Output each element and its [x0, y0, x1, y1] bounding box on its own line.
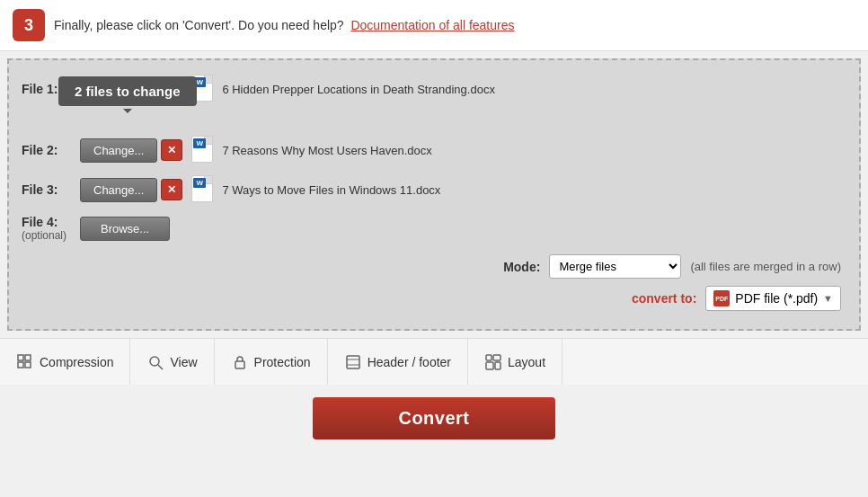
bottom-toolbar: Compression View Protection [0, 338, 868, 385]
file-3-label: File 3: [22, 182, 80, 197]
file-row-4: File 4: (optional) Browse... [9, 209, 859, 247]
view-button[interactable]: View [130, 339, 214, 385]
view-icon [146, 353, 164, 371]
svg-rect-7 [347, 356, 359, 368]
header-footer-label: Header / footer [368, 355, 451, 369]
svg-rect-6 [235, 361, 244, 368]
compression-icon [16, 353, 34, 371]
convert-to-row: convert to: PDF PDF file (*.pdf) ▼ [9, 282, 859, 320]
app-logo: 3 [13, 9, 45, 41]
svg-rect-1 [25, 355, 31, 360]
convert-to-label: convert to: [632, 291, 696, 306]
mode-label: Mode: [503, 260, 540, 274]
chevron-down-icon: ▼ [823, 293, 833, 304]
file-2-delete-button[interactable] [161, 139, 182, 161]
layout-icon [484, 353, 502, 371]
file-3-change-button[interactable]: Change... [80, 178, 157, 202]
layout-label: Layout [508, 355, 545, 369]
file-row-3: File 3: Change... W 7 Ways to Move Files… [9, 170, 859, 209]
compression-label: Compression [40, 355, 113, 369]
svg-rect-0 [18, 355, 23, 360]
file-3-icon: W [191, 175, 217, 204]
convert-to-select-wrapper[interactable]: PDF PDF file (*.pdf) ▼ [705, 286, 841, 311]
file-3-delete-button[interactable] [161, 179, 182, 200]
file-2-label: File 2: [22, 143, 80, 157]
docs-link[interactable]: Documentation of all features [350, 18, 514, 32]
file-2-name: 7 Reasons Why Most Users Haven.docx [222, 144, 431, 157]
svg-point-4 [150, 357, 159, 366]
file-upload-area: File 1: Change... W 6 Hidden Prepper Loc… [7, 58, 861, 331]
file-4-browse-button[interactable]: Browse... [80, 217, 170, 241]
mode-select[interactable]: Merge files Convert individually [549, 254, 681, 279]
file-2-icon: W [191, 136, 217, 164]
svg-rect-3 [25, 362, 31, 368]
svg-rect-12 [486, 362, 493, 369]
svg-rect-2 [18, 362, 23, 368]
header-footer-icon [344, 353, 362, 371]
mode-hint: (all files are merged in a row) [690, 260, 841, 273]
header-footer-button[interactable]: Header / footer [328, 339, 468, 385]
file-row-2: File 2: Change... W 7 Reasons Why Most U… [9, 130, 859, 170]
convert-button[interactable]: Convert [313, 397, 555, 439]
header-message: Finally, please click on 'Convert'. Do y… [54, 18, 515, 32]
compression-button[interactable]: Compression [0, 339, 130, 385]
svg-line-5 [158, 365, 163, 369]
protection-icon [231, 353, 249, 371]
view-label: View [170, 355, 197, 369]
mode-row: Mode: Merge files Convert individually (… [9, 247, 859, 282]
file-4-optional: (optional) [22, 229, 80, 242]
convert-to-value: PDF file (*.pdf) [735, 291, 818, 306]
file-2-change-button[interactable]: Change... [80, 138, 157, 163]
svg-rect-11 [493, 355, 500, 360]
convert-button-area: Convert [0, 385, 868, 452]
protection-button[interactable]: Protection [215, 339, 328, 385]
file-1-name: 6 Hidden Prepper Locations in Death Stra… [222, 83, 495, 96]
file-3-name: 7 Ways to Move Files in Windows 11.docx [222, 183, 440, 197]
header-bar: 3 Finally, please click on 'Convert'. Do… [0, 0, 868, 51]
svg-rect-13 [495, 362, 500, 369]
files-to-change-tooltip: 2 files to change [58, 76, 197, 106]
file-row-1: File 1: Change... W 6 Hidden Prepper Loc… [9, 69, 859, 109]
protection-label: Protection [254, 355, 311, 369]
layout-button[interactable]: Layout [468, 339, 562, 385]
file-4-label: File 4: [22, 215, 80, 229]
svg-rect-10 [486, 355, 492, 360]
pdf-icon: PDF [713, 290, 730, 306]
